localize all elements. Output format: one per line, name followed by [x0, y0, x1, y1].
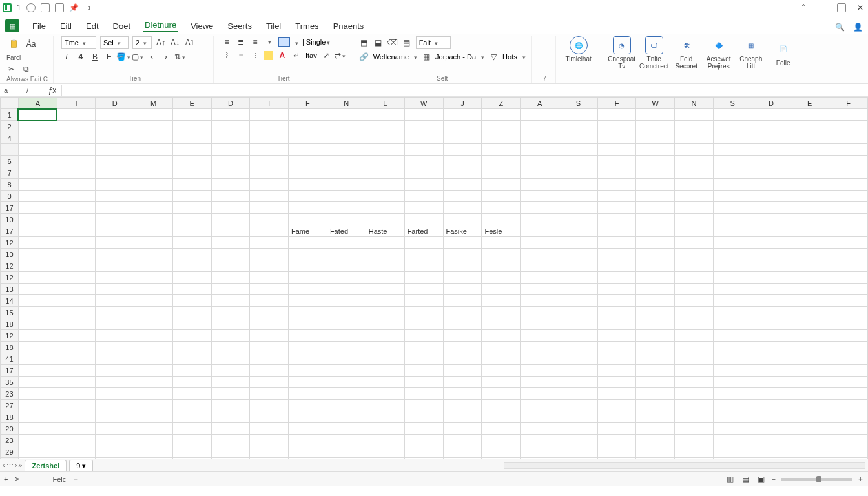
cell[interactable]: [443, 435, 482, 446]
cell[interactable]: [482, 388, 521, 400]
cell[interactable]: [713, 202, 752, 214]
cell[interactable]: [752, 446, 790, 458]
cell[interactable]: [521, 388, 559, 400]
cell[interactable]: [57, 353, 96, 365]
cell[interactable]: [250, 458, 289, 459]
cell[interactable]: [443, 272, 482, 284]
cell[interactable]: [366, 260, 404, 272]
cell[interactable]: [18, 295, 57, 307]
cell[interactable]: [675, 435, 714, 446]
cell[interactable]: [366, 121, 404, 132]
cell[interactable]: [675, 225, 714, 237]
cell[interactable]: [636, 353, 675, 365]
cell[interactable]: [134, 109, 173, 121]
cell[interactable]: [366, 446, 404, 458]
cell[interactable]: [250, 411, 289, 423]
cell[interactable]: [134, 423, 173, 435]
cell[interactable]: Haste: [366, 225, 404, 237]
cell[interactable]: [327, 121, 366, 132]
cell[interactable]: [404, 214, 443, 225]
cell[interactable]: [636, 167, 675, 179]
cell[interactable]: [404, 202, 443, 214]
cell[interactable]: [790, 156, 829, 167]
cell[interactable]: [559, 179, 597, 191]
cell[interactable]: [636, 458, 675, 459]
save-icon[interactable]: [41, 3, 50, 12]
cell[interactable]: [636, 272, 675, 284]
cell[interactable]: [521, 284, 559, 295]
cell[interactable]: [790, 237, 829, 249]
cell[interactable]: [57, 342, 96, 353]
cell[interactable]: [713, 191, 752, 202]
cell[interactable]: [829, 307, 868, 318]
cell[interactable]: [829, 423, 868, 435]
timeshat-button[interactable]: 🌐 Timlelhat: [564, 36, 594, 63]
cell[interactable]: [134, 237, 173, 249]
cell[interactable]: [790, 318, 829, 330]
cell[interactable]: [559, 307, 597, 318]
cell[interactable]: [790, 365, 829, 377]
history-icon[interactable]: [26, 3, 36, 12]
cell[interactable]: [327, 167, 366, 179]
row-header[interactable]: 12: [1, 272, 19, 284]
cell[interactable]: [636, 295, 675, 307]
cell[interactable]: [211, 144, 250, 156]
cell[interactable]: [366, 377, 404, 388]
row-header[interactable]: 41: [1, 353, 19, 365]
cell[interactable]: [675, 167, 714, 179]
cell[interactable]: [134, 260, 173, 272]
cell[interactable]: [443, 365, 482, 377]
cell[interactable]: [366, 179, 404, 191]
cell[interactable]: [521, 272, 559, 284]
cell[interactable]: [559, 458, 597, 459]
cell[interactable]: [211, 365, 250, 377]
cell[interactable]: [134, 191, 173, 202]
cell[interactable]: [521, 330, 559, 342]
cell[interactable]: [211, 237, 250, 249]
cell[interactable]: [482, 109, 521, 121]
col-header[interactable]: W: [404, 98, 443, 109]
select-all-corner[interactable]: [1, 98, 19, 109]
cell[interactable]: [597, 214, 636, 225]
cell[interactable]: [366, 307, 404, 318]
cell[interactable]: [829, 388, 868, 400]
cell[interactable]: [559, 295, 597, 307]
cell[interactable]: [675, 295, 714, 307]
cell[interactable]: [752, 156, 790, 167]
cell[interactable]: [327, 365, 366, 377]
cell[interactable]: [327, 377, 366, 388]
cell[interactable]: [172, 423, 211, 435]
cell[interactable]: [521, 435, 559, 446]
cell[interactable]: [134, 446, 173, 458]
cell[interactable]: [443, 191, 482, 202]
cell[interactable]: [713, 446, 752, 458]
cell[interactable]: [327, 353, 366, 365]
cell[interactable]: [521, 458, 559, 459]
cell[interactable]: [327, 202, 366, 214]
cell[interactable]: [250, 191, 289, 202]
cell[interactable]: [134, 214, 173, 225]
cell[interactable]: [790, 132, 829, 144]
cell[interactable]: [713, 249, 752, 260]
row-header[interactable]: 10: [1, 249, 19, 260]
align-center-icon[interactable]: ≣: [236, 37, 246, 47]
cell[interactable]: [752, 144, 790, 156]
cell[interactable]: [96, 249, 134, 260]
cell[interactable]: [636, 400, 675, 411]
cell[interactable]: [404, 330, 443, 342]
cell[interactable]: [636, 191, 675, 202]
cell[interactable]: [57, 121, 96, 132]
cell[interactable]: [443, 295, 482, 307]
cell[interactable]: [134, 272, 173, 284]
cell[interactable]: [134, 458, 173, 459]
row-header[interactable]: 12: [1, 260, 19, 272]
cell[interactable]: [96, 260, 134, 272]
cell[interactable]: [521, 144, 559, 156]
row-header[interactable]: 12: [1, 237, 19, 249]
cell[interactable]: [675, 237, 714, 249]
cell[interactable]: [521, 365, 559, 377]
cell[interactable]: [327, 423, 366, 435]
cell[interactable]: [482, 365, 521, 377]
row-header[interactable]: 18: [1, 318, 19, 330]
cell[interactable]: [250, 377, 289, 388]
